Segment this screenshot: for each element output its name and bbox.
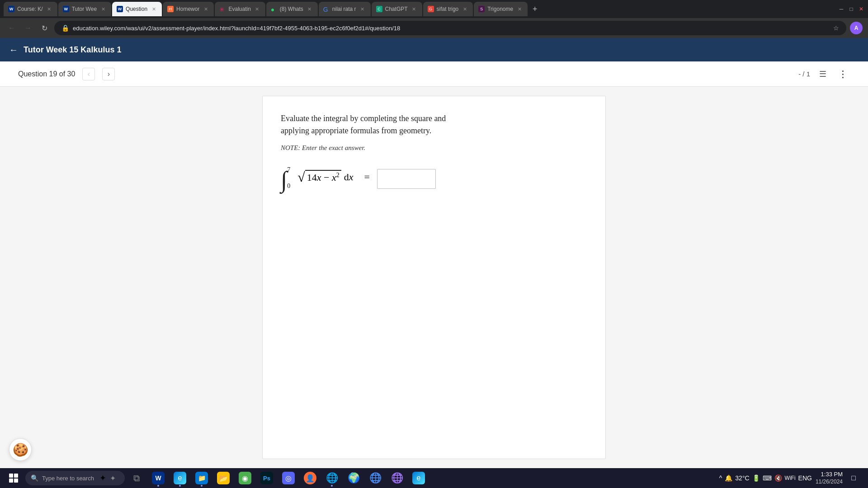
- dx-term: dx: [344, 171, 354, 183]
- tab-close-homework[interactable]: ✕: [202, 5, 209, 13]
- tab-sifat-trig[interactable]: G sifat trigo ✕: [423, 2, 473, 16]
- taskbar-explorer-app[interactable]: 📂: [213, 468, 233, 488]
- tab-course[interactable]: W Course: K/ ✕: [4, 2, 57, 16]
- question-list-button[interactable]: ☰: [816, 67, 830, 81]
- sqrt-radical: √: [297, 170, 305, 184]
- taskbar-chrome1-app[interactable]: 🌐: [322, 468, 342, 488]
- taskbar-edge2-app[interactable]: e: [409, 468, 429, 488]
- tab-close-chatgpt[interactable]: ✕: [410, 5, 418, 13]
- maximize-button[interactable]: □: [848, 6, 854, 12]
- task-view-icon: ⧉: [130, 472, 143, 484]
- taskbar-discord-app[interactable]: ◎: [278, 468, 298, 488]
- app-title: Tutor Week 15 Kalkulus 1: [24, 45, 121, 55]
- taskbar-profile1-app[interactable]: 👤: [300, 468, 320, 488]
- tab-close-sifat-trig[interactable]: ✕: [461, 5, 468, 13]
- sqrt-expression: √14x − x2 dx: [297, 170, 353, 184]
- edge-dot: [179, 485, 181, 487]
- answer-input[interactable]: [377, 169, 436, 189]
- browser-actions: A: [850, 22, 863, 34]
- tab-close-evaluating[interactable]: ✕: [254, 5, 261, 13]
- url-bar[interactable]: 🔒 education.wiley.com/was/ui/v2/assessme…: [54, 21, 846, 35]
- clock-time: 1:33 PM: [816, 471, 843, 479]
- taskbar-search-bar[interactable]: 🔍 Type here to search ✦ ✦: [25, 471, 125, 485]
- integral-sign: ∫: [281, 168, 287, 192]
- system-clock[interactable]: 1:33 PM 11/26/2024: [816, 471, 843, 485]
- tab-label-sifat-trig: sifat trigo: [437, 6, 459, 12]
- tab-evaluating[interactable]: ✳ Evaluatin ✕: [215, 2, 265, 16]
- files4-dot: [201, 485, 203, 487]
- notification-center-button[interactable]: □: [846, 471, 861, 485]
- integral-symbol-container: ∫ 7 0: [281, 166, 290, 192]
- taskbar-edge-app[interactable]: e: [170, 468, 190, 488]
- score-display: - / 1: [798, 70, 810, 78]
- tab-nilai-rata[interactable]: G nilai rata r ✕: [319, 2, 371, 16]
- address-bar: ← → ↻ 🔒 education.wiley.com/was/ui/v2/as…: [0, 18, 868, 38]
- back-button[interactable]: ←: [5, 22, 18, 34]
- list-icon: ☰: [819, 69, 826, 79]
- tab-question[interactable]: W Question ✕: [112, 2, 162, 16]
- taskbar-search-icon: 🔍: [31, 474, 38, 482]
- tab-tutor-week[interactable]: W Tutor Wee ✕: [58, 2, 111, 16]
- equals-sign: =: [364, 171, 369, 183]
- task-view-button[interactable]: ⧉: [127, 468, 146, 488]
- secure-icon: 🔒: [61, 24, 69, 32]
- notification-alert-icon[interactable]: 🔔: [725, 474, 732, 482]
- taskbar-chrome4-app[interactable]: 🌐: [387, 468, 407, 488]
- more-options-button[interactable]: ⋮: [835, 67, 850, 81]
- show-hidden-icon[interactable]: ^: [719, 474, 722, 482]
- lower-limit: 0: [287, 183, 290, 190]
- prev-question-button[interactable]: ‹: [82, 68, 95, 80]
- new-tab-button[interactable]: +: [528, 3, 541, 15]
- app-back-button[interactable]: ←: [9, 45, 18, 55]
- close-button[interactable]: ✕: [858, 6, 864, 12]
- tab-favicon-evaluating: ✳: [219, 6, 226, 12]
- question-nav-bar: Question 19 of 30 ‹ › - / 1 ☰ ⋮: [0, 61, 868, 87]
- tab-close-question[interactable]: ✕: [150, 5, 157, 13]
- tab-close-trigonome[interactable]: ✕: [516, 5, 523, 13]
- prev-arrow-icon: ‹: [88, 70, 90, 78]
- taskbar-wiley-app[interactable]: W: [148, 468, 168, 488]
- window-controls: ─ □ ✕: [838, 6, 864, 12]
- profile-button[interactable]: A: [850, 22, 863, 34]
- system-tray: ^ 🔔 32°C 🔋 ⌨ 🔇 WiFi ENG 1:33 PM 11/26/20…: [719, 471, 864, 485]
- taskbar: 🔍 Type here to search ✦ ✦ ⧉ W e 📁 📂 ◉ Ps…: [0, 468, 868, 488]
- chrome1-dot: [331, 485, 333, 487]
- bookmark-icon[interactable]: ☆: [833, 24, 839, 32]
- tab-close-nilai-rata[interactable]: ✕: [359, 5, 366, 13]
- minimize-button[interactable]: ─: [838, 6, 844, 12]
- tab-close-course[interactable]: ✕: [46, 5, 53, 13]
- tab-trigonome[interactable]: S Trigonome ✕: [474, 2, 528, 16]
- sparkle-icon: ✦: [99, 473, 106, 483]
- tab-close-whatsapp[interactable]: ✕: [306, 5, 313, 13]
- temperature-display: 32°C: [735, 474, 749, 482]
- tab-homework[interactable]: H Homewor ✕: [163, 2, 214, 16]
- next-question-button[interactable]: ›: [102, 68, 115, 80]
- taskbar-chrome3-app[interactable]: 🌐: [365, 468, 385, 488]
- tab-close-tutor-week[interactable]: ✕: [99, 5, 107, 13]
- cookie-icon: 🍪: [13, 442, 28, 457]
- main-content: Evaluate the integral by completing the …: [0, 87, 868, 468]
- keyboard-icon: ⌨: [763, 474, 772, 482]
- question-label: Question 19 of 30: [18, 70, 75, 78]
- taskbar-chrome2-app[interactable]: 🌍: [344, 468, 363, 488]
- notification-center-icon: □: [851, 474, 856, 482]
- language-display: ENG: [798, 474, 812, 482]
- forward-button[interactable]: →: [22, 22, 34, 34]
- taskbar-green-app[interactable]: ◉: [235, 468, 255, 488]
- question-nav-right: - / 1 ☰ ⋮: [798, 67, 850, 81]
- reload-button[interactable]: ↻: [38, 22, 51, 34]
- start-button[interactable]: [4, 468, 24, 488]
- tab-label-evaluating: Evaluatin: [228, 6, 250, 12]
- taskbar-ps-app[interactable]: Ps: [257, 468, 277, 488]
- volume-icon[interactable]: 🔇: [774, 474, 782, 482]
- tab-bar: W Course: K/ ✕ W Tutor Wee ✕ W Question …: [0, 0, 868, 18]
- cookie-consent-button[interactable]: 🍪: [9, 438, 32, 461]
- windows-logo-icon: [9, 474, 18, 483]
- browser-chrome: W Course: K/ ✕ W Tutor Wee ✕ W Question …: [0, 0, 868, 38]
- chrome3-icon: 🌐: [369, 472, 382, 484]
- taskbar-files4-app[interactable]: 📁: [192, 468, 212, 488]
- upper-limit: 7: [287, 166, 290, 174]
- tab-chatgpt[interactable]: C ChatGPT ✕: [372, 2, 422, 16]
- tab-whatsapp[interactable]: ● (8) Whats ✕: [266, 2, 318, 16]
- tab-label-whatsapp: (8) Whats: [280, 6, 303, 12]
